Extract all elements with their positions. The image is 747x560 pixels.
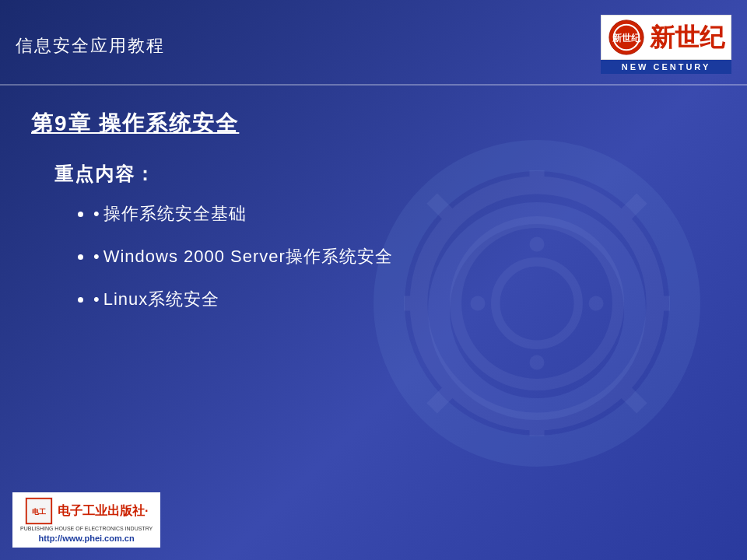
footer-emblem-icon: 电工	[25, 497, 53, 525]
chapter-title: 第9章 操作系统安全	[31, 109, 716, 138]
bullet-list: 操作系统安全基础 Windows 2000 Server操作系统安全 Linux…	[93, 202, 716, 311]
header: 信息安全应用教程 新世纪 新世纪 NEW CENTURY	[0, 0, 747, 86]
footer-publisher-cn: 电子工业出版社·	[58, 503, 148, 518]
main-content: 第9章 操作系统安全 重点内容： 操作系统安全基础 Windows 2000 S…	[0, 93, 747, 560]
section-heading: 重点内容：	[54, 162, 716, 187]
bullet-item-2: Windows 2000 Server操作系统安全	[93, 245, 716, 269]
page-title: 信息安全应用教程	[16, 34, 165, 58]
logo-chinese-text: 新世纪	[650, 25, 724, 50]
brand-logo: 新世纪 新世纪 NEW CENTURY	[601, 15, 731, 74]
footer-logo-top: 电工 电子工业出版社·	[25, 497, 148, 525]
slide: 信息安全应用教程 新世纪 新世纪 NEW CENTURY 第9章 操作系统安全 …	[0, 0, 747, 560]
logo-emblem-icon: 新世纪	[608, 19, 645, 56]
logo-box: 新世纪 新世纪	[601, 15, 731, 60]
footer-publisher-en: PUBLISHING HOUSE OF ELECTRONICS INDUSTRY	[20, 525, 153, 532]
footer-logo: 电工 电子工业出版社· PUBLISHING HOUSE OF ELECTRON…	[12, 492, 160, 548]
footer-url: http://www.phei.com.cn	[39, 534, 135, 543]
logo-caption: NEW CENTURY	[601, 60, 731, 74]
bullet-item-1: 操作系统安全基础	[93, 202, 716, 226]
bullet-item-3: Linux系统安全	[93, 288, 716, 312]
svg-text:电工: 电工	[32, 508, 46, 516]
svg-text:新世纪: 新世纪	[612, 32, 641, 43]
